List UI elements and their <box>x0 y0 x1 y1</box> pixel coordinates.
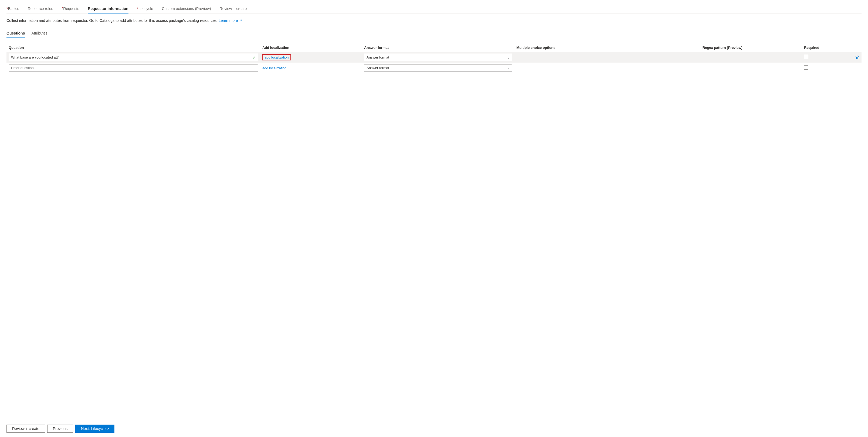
required-cell-2 <box>802 63 853 73</box>
tab-basics[interactable]: *Basics <box>6 4 19 13</box>
learn-more-link[interactable]: Learn more ↗ <box>219 18 242 23</box>
previous-button[interactable]: Previous <box>47 425 73 433</box>
page-description: Collect information and attributes from … <box>6 18 862 24</box>
questions-table: Question Add localization Answer format … <box>6 43 862 73</box>
answer-format-select-1[interactable]: Answer format Short text Long text Multi… <box>364 54 512 61</box>
action-cell-1: 🗑 <box>853 52 862 63</box>
next-lifecycle-button[interactable]: Next: Lifecycle > <box>75 425 115 433</box>
add-localization-highlighted-button[interactable]: add localization <box>262 54 291 60</box>
multiple-choice-cell-1 <box>514 52 700 63</box>
sub-tab-group: Questions Attributes <box>6 29 862 38</box>
tab-requests[interactable]: *Requests <box>62 4 79 13</box>
answer-format-cell-1: Answer format Short text Long text Multi… <box>362 52 514 63</box>
tab-lifecycle[interactable]: *Lifecycle <box>137 4 153 13</box>
required-checkbox-1[interactable] <box>804 55 808 59</box>
question-input-1[interactable] <box>9 54 258 61</box>
tab-requestor-information[interactable]: Requestor information <box>88 4 128 13</box>
tab-resource-roles[interactable]: Resource roles <box>28 4 53 13</box>
col-header-localization: Add localization <box>260 43 362 52</box>
required-checkbox-2[interactable] <box>804 65 808 70</box>
required-cell-1 <box>802 52 853 63</box>
localization-cell-1: add localization <box>260 52 362 63</box>
answer-format-cell-2: Answer format Short text Long text Multi… <box>362 63 514 73</box>
add-localization-link-2[interactable]: add localization <box>262 66 287 70</box>
tab-custom-extensions[interactable]: Custom extensions (Preview) <box>162 4 211 13</box>
answer-format-wrapper-1: Answer format Short text Long text Multi… <box>364 54 512 61</box>
table-row: add localization Answer format Short tex… <box>6 63 862 73</box>
col-header-question: Question <box>6 43 260 52</box>
question-cell-1: ✓ <box>6 52 260 63</box>
main-nav: *Basics Resource roles *Requests Request… <box>6 4 862 13</box>
delete-icon[interactable]: 🗑 <box>855 55 859 60</box>
multiple-choice-cell-2 <box>514 63 700 73</box>
regex-cell-2 <box>701 63 802 73</box>
regex-cell-1 <box>701 52 802 63</box>
check-icon: ✓ <box>253 55 256 60</box>
col-header-required: Required <box>802 43 853 52</box>
col-header-regex: Regex pattern (Preview) <box>701 43 802 52</box>
review-create-button[interactable]: Review + create <box>6 425 45 433</box>
question-cell-2 <box>6 63 260 73</box>
col-header-action <box>853 43 862 52</box>
table-row: ✓ add localization Answer format Short t… <box>6 52 862 63</box>
col-header-multiple-choice: Multiple choice options <box>514 43 700 52</box>
col-header-answer-format: Answer format <box>362 43 514 52</box>
footer: Review + create Previous Next: Lifecycle… <box>0 420 868 437</box>
localization-cell-2: add localization <box>260 63 362 73</box>
tab-review-create-nav[interactable]: Review + create <box>220 4 247 13</box>
answer-format-select-2[interactable]: Answer format Short text Long text Multi… <box>364 64 512 71</box>
sub-tab-attributes[interactable]: Attributes <box>31 29 47 38</box>
question-input-wrapper-1: ✓ <box>9 54 258 61</box>
question-input-2[interactable] <box>9 64 258 71</box>
action-cell-2 <box>853 63 862 73</box>
sub-tab-questions[interactable]: Questions <box>6 29 25 38</box>
answer-format-wrapper-2: Answer format Short text Long text Multi… <box>364 64 512 71</box>
question-input-wrapper-2 <box>9 64 258 71</box>
